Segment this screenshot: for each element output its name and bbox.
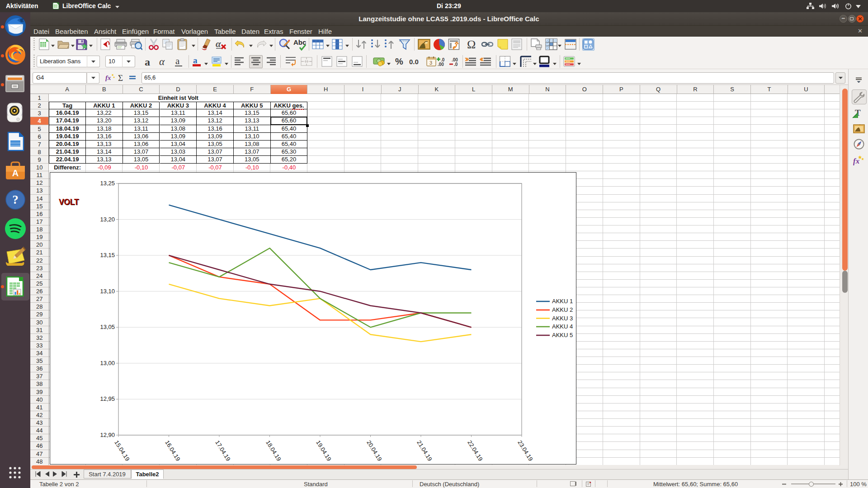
svg-text:a: a xyxy=(175,56,180,66)
svg-text:α: α xyxy=(159,56,165,67)
svg-text:*: * xyxy=(590,481,591,485)
svg-text:fx: fx xyxy=(105,74,111,81)
svg-text:fx: fx xyxy=(853,157,860,165)
svg-text:a: a xyxy=(145,56,150,67)
svg-text:3: 3 xyxy=(429,60,432,66)
svg-text:Abc: Abc xyxy=(293,38,306,46)
svg-text:A: A xyxy=(12,168,19,178)
svg-text:%: % xyxy=(395,57,403,66)
svg-text:?: ? xyxy=(12,193,19,206)
svg-text:α: α xyxy=(216,38,221,49)
svg-text:.00: .00 xyxy=(438,62,444,66)
svg-text:a: a xyxy=(193,56,198,65)
svg-text:.0: .0 xyxy=(454,62,458,66)
svg-text:0.0: 0.0 xyxy=(409,58,419,66)
svg-text:Σ: Σ xyxy=(118,73,123,82)
svg-text:Ω: Ω xyxy=(467,38,476,50)
